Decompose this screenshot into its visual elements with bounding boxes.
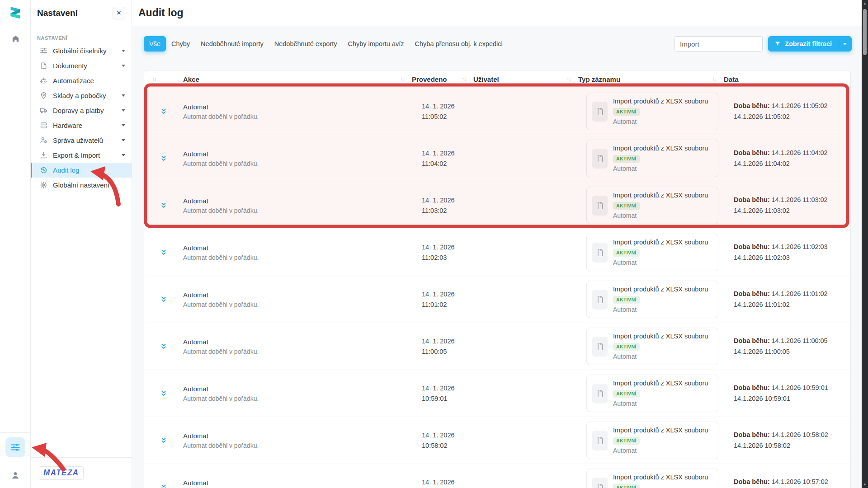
file-icon [592, 196, 608, 216]
record-type-card: Import produktů z XLSX souboru AKTIVNÍ A… [586, 187, 718, 224]
close-icon[interactable]: ✕ [113, 7, 125, 19]
sidebar-header: Nastavení ✕ [31, 0, 132, 26]
provedeno-date: 14. 1. 2026 [422, 477, 462, 487]
sidebar-item-sklady-a-pobo-ky[interactable]: Sklady a pobočky [31, 88, 132, 103]
provedeno-cell: 14. 1. 2026 11:03:02 [400, 195, 462, 216]
filter-dropdown-toggle[interactable] [838, 36, 852, 52]
record-type-subtitle: Automat [613, 165, 708, 172]
sidebar-nav: Globální číselníky Dokumenty Automatizac… [31, 43, 132, 192]
column-header-typ-zaznamu: ↑↓Typ záznamu [566, 75, 712, 83]
record-type-card: Import produktů z XLSX souboru AKTIVNÍ A… [586, 375, 718, 412]
sort-icon[interactable]: ↑↓ [400, 76, 405, 82]
sidebar-item-glob-ln-seln-ky[interactable]: Globální číselníky [31, 43, 132, 58]
provedeno-date: 14. 1. 2026 [422, 430, 462, 440]
data-label: Doba běhu: [734, 431, 770, 438]
sidebar-item-spr-va-u-ivatel-[interactable]: Správa uživatelů [31, 133, 132, 148]
sidebar-item-dokumenty[interactable]: Dokumenty [31, 58, 132, 73]
record-type-subtitle: Automat [613, 400, 708, 407]
chevron-down-icon [122, 94, 125, 97]
data-cell: Doba běhu: 14.1.2026 11:04:02 - 14.1.202… [712, 148, 851, 169]
column-header-uzivatel: ↑↓Uživatel [462, 75, 566, 83]
sidebar-item-audit-log[interactable]: Audit log [31, 163, 132, 178]
sort-icon[interactable]: ↑↓ [566, 76, 571, 82]
server-icon [40, 122, 47, 129]
filter-tab[interactable]: Nedoběhnuté exporty [269, 36, 343, 52]
provedeno-cell: 14. 1. 2026 11:04:02 [400, 148, 462, 169]
expand-chevrons-icon[interactable] [160, 202, 167, 209]
data-cell: Doba běhu: 14.1.2026 11:05:02 - 14.1.202… [712, 101, 851, 122]
provedeno-date: 14. 1. 2026 [422, 289, 462, 299]
expand-chevrons-icon[interactable] [160, 437, 167, 444]
expand-chevrons-icon[interactable] [160, 108, 167, 115]
expand-chevrons-icon[interactable] [160, 296, 167, 303]
record-type-title: Import produktů z XLSX souboru [613, 192, 708, 199]
scrollbar-thumb[interactable] [863, 9, 867, 55]
status-badge: AKTIVNÍ [613, 249, 640, 257]
sidebar-item-hardware[interactable]: Hardware [31, 118, 132, 133]
expand-chevrons-icon[interactable] [160, 390, 167, 397]
provedeno-date: 14. 1. 2026 [422, 148, 462, 158]
gear-icon [40, 181, 47, 189]
provedeno-date: 14. 1. 2026 [422, 101, 462, 111]
filter-tab[interactable]: Chyby [166, 36, 195, 52]
column-header-akce: Akce [183, 75, 400, 83]
show-filter-button[interactable]: Zobrazit filtraci [768, 36, 852, 52]
data-label: Doba běhu: [734, 337, 770, 344]
expand-chevrons-icon[interactable] [160, 484, 167, 488]
mateza-logo[interactable]: MATEZA [39, 466, 84, 480]
data-cell: Doba běhu: 14.1.2026 10:59:01 - 14.1.202… [712, 383, 851, 404]
expand-chevrons-icon[interactable] [160, 155, 167, 162]
akce-subtitle: Automat doběhl v pořádku. [183, 395, 400, 402]
row-expand-cell [144, 155, 183, 162]
filter-tab[interactable]: Chyby importu avíz [342, 36, 409, 52]
row-expand-cell [144, 390, 183, 397]
sidebar-item-glob-ln-nastaven-[interactable]: Globální nastavení [31, 178, 132, 192]
home-icon[interactable] [0, 34, 31, 43]
table-row: Automat Automat doběhl v pořádku. 14. 1.… [144, 370, 850, 417]
sort-icon[interactable]: ↑↓ [152, 76, 156, 82]
record-type-subtitle: Automat [613, 118, 708, 125]
data-cell: Doba běhu: 14.1.2026 11:03:02 - 14.1.202… [712, 195, 851, 216]
filter-tab[interactable]: Nedoběhnuté importy [195, 36, 269, 52]
row-expand-cell [144, 202, 183, 209]
akce-title: Automat [183, 291, 400, 299]
app-logo-icon [9, 5, 21, 21]
akce-subtitle: Automat doběhl v pořádku. [183, 442, 400, 449]
record-type-title: Import produktů z XLSX souboru [613, 286, 708, 293]
file-icon [592, 243, 608, 263]
data-cell: Doba běhu: 14.1.2026 10:58:02 - 14.1.202… [712, 430, 851, 450]
typ-zaznamu-cell: Import produktů z XLSX souboru AKTIVNÍ A… [566, 375, 712, 412]
record-type-title: Import produktů z XLSX souboru [613, 474, 708, 481]
record-type-card: Import produktů z XLSX souboru AKTIVNÍ A… [586, 93, 718, 130]
filter-tab[interactable]: Chyba přenosu obj. k expedici [410, 36, 508, 52]
sidebar-item-dopravy-a-platby[interactable]: Dopravy a platby [31, 103, 132, 118]
settings-sliders-icon[interactable] [5, 437, 25, 457]
user-profile-icon[interactable] [11, 471, 20, 482]
search-input[interactable] [675, 36, 763, 52]
record-type-subtitle: Automat [613, 212, 708, 219]
filter-tab[interactable]: Vše [144, 36, 166, 52]
main-header: Audit log [132, 0, 862, 26]
typ-zaznamu-cell: Import produktů z XLSX souboru AKTIVNÍ A… [566, 328, 712, 365]
expand-chevrons-icon[interactable] [160, 343, 167, 350]
vertical-scrollbar[interactable]: ▲ ▼ [862, 0, 868, 488]
sidebar-item-automatizace[interactable]: Automatizace [31, 73, 132, 88]
chevron-down-icon [122, 154, 125, 156]
sidebar-item-export-import[interactable]: Export & Import [31, 148, 132, 163]
sort-icon[interactable]: ↑↓ [712, 76, 717, 82]
akce-cell: Automat Automat doběhl v pořádku. [183, 197, 400, 214]
provedeno-time: 11:02:03 [422, 253, 462, 263]
rail-header [0, 0, 30, 26]
scrollbar-up-icon[interactable]: ▲ [862, 1, 868, 5]
record-type-texts: Import produktů z XLSX souboru AKTIVNÍ A… [613, 380, 708, 407]
status-badge: AKTIVNÍ [613, 343, 640, 351]
record-type-card: Import produktů z XLSX souboru AKTIVNÍ A… [586, 140, 718, 177]
provedeno-time: 10:59:01 [422, 394, 462, 404]
sort-icon[interactable]: ↑↓ [462, 76, 466, 82]
record-type-card: Import produktů z XLSX souboru AKTIVNÍ A… [586, 281, 718, 318]
scrollbar-down-icon[interactable]: ▼ [862, 483, 868, 487]
expand-chevrons-icon[interactable] [160, 249, 167, 256]
record-type-texts: Import produktů z XLSX souboru AKTIVNÍ A… [613, 333, 708, 360]
provedeno-date: 14. 1. 2026 [422, 242, 462, 252]
row-expand-cell [144, 108, 183, 115]
